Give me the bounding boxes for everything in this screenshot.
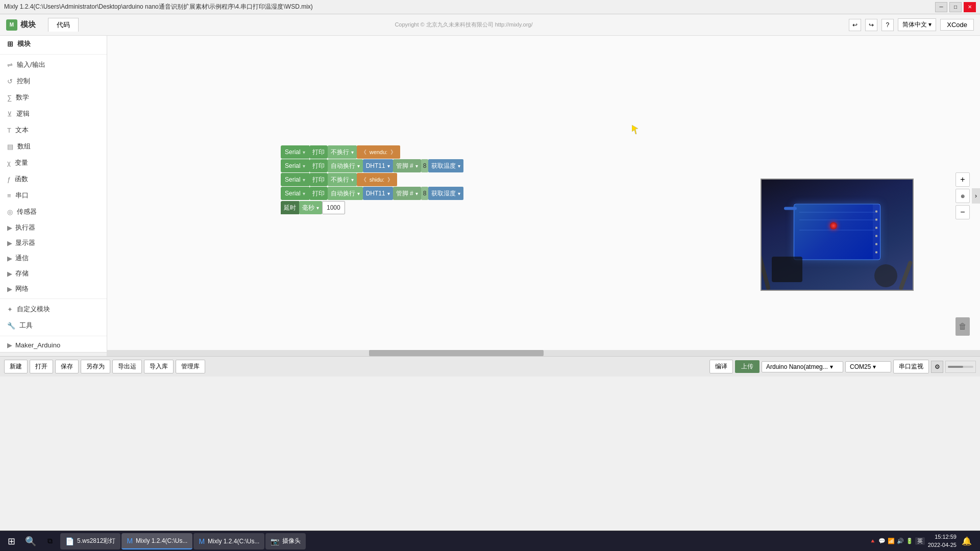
block-getval-arrow-4: ▾ bbox=[458, 191, 460, 196]
block-serial-2[interactable]: Serial ▾ bbox=[281, 159, 309, 172]
block-sensor-4[interactable]: DHT11 ▾ bbox=[363, 187, 393, 200]
sidebar-item-variable[interactable]: χ 变量 bbox=[0, 155, 107, 171]
block-serial-3[interactable]: Serial ▾ bbox=[281, 173, 309, 186]
taskbar-app-ws2812[interactable]: 📄 5.ws2812彩灯 bbox=[60, 533, 120, 549]
serial-monitor-button[interactable]: 串口监视 bbox=[893, 360, 929, 373]
taskbar-app-label-mixly2: Mixly 1.2.4(C:\Us... bbox=[208, 538, 259, 545]
taskbar-app-mixly2[interactable]: M Mixly 1.2.4(C:\Us... bbox=[193, 533, 264, 549]
volume-slider[interactable] bbox=[945, 361, 976, 373]
sidebar-item-tools[interactable]: 🔧 工具 bbox=[0, 317, 107, 334]
block-serial-4[interactable]: Serial ▾ bbox=[281, 187, 309, 200]
sidebar-item-array[interactable]: ▤ 数组 bbox=[0, 138, 107, 155]
compile-button[interactable]: 编译 bbox=[709, 360, 733, 373]
block-sensor-2[interactable]: DHT11 ▾ bbox=[363, 159, 393, 172]
circuit-line-1 bbox=[799, 212, 875, 213]
pin-5 bbox=[875, 243, 877, 245]
network-icon[interactable]: 💬 bbox=[878, 538, 886, 544]
block-serial-1[interactable]: Serial ▾ bbox=[281, 145, 309, 159]
start-button[interactable]: ⊞ bbox=[2, 533, 20, 549]
save-as-button[interactable]: 另存为 bbox=[81, 360, 110, 373]
taskbar-app-icon-camera: 📷 bbox=[271, 537, 279, 545]
close-button[interactable]: ✕ bbox=[964, 2, 976, 12]
zoom-in-button[interactable]: + bbox=[955, 172, 970, 187]
block-print-4[interactable]: 打印 bbox=[309, 187, 328, 200]
manage-button[interactable]: 管理库 bbox=[176, 360, 205, 373]
block-delay-5[interactable]: 延时 bbox=[281, 201, 299, 214]
language-button[interactable]: 简体中文 ▾ bbox=[898, 18, 936, 31]
block-print-3[interactable]: 打印 bbox=[309, 173, 328, 186]
sidebar-item-actuator[interactable]: ▶ 执行器 bbox=[0, 220, 107, 235]
sidebar-item-io[interactable]: ⇌ 输入/输出 bbox=[0, 57, 107, 73]
canvas-area[interactable]: Serial ▾ 打印 不换行 ▾ 《 wendu: 》 bbox=[107, 36, 980, 356]
port-selector[interactable]: COM25 ▾ bbox=[845, 361, 891, 372]
sidebar-title: 模块 bbox=[17, 39, 31, 48]
sidebar-item-function[interactable]: ƒ 函数 bbox=[0, 171, 107, 187]
clock-time: 15:12:59 bbox=[928, 533, 957, 541]
taskbar-icon-taskview[interactable]: ⧉ bbox=[41, 533, 59, 549]
taskbar-app-mixly1[interactable]: M Mixly 1.2.4(C:\Us... bbox=[121, 533, 192, 549]
block-pin-arrow-4: ▾ bbox=[415, 191, 418, 196]
lang-indicator[interactable]: 英 bbox=[915, 537, 925, 545]
block-mode-3[interactable]: 不换行 ▾ bbox=[328, 173, 357, 186]
taskbar-clock[interactable]: 15:12:59 2022-04-25 bbox=[928, 533, 957, 549]
redo-button[interactable]: ↪ bbox=[865, 19, 877, 31]
systray-icon-1[interactable]: 🔺 bbox=[869, 538, 876, 544]
volume-icon[interactable]: 🔊 bbox=[897, 538, 904, 544]
block-mode-4[interactable]: 自动换行 ▾ bbox=[328, 187, 363, 200]
sidebar-item-comm[interactable]: ▶ 通信 bbox=[0, 251, 107, 266]
sidebar-item-display[interactable]: ▶ 显示器 bbox=[0, 235, 107, 251]
new-button[interactable]: 新建 bbox=[4, 360, 28, 373]
block-print-1[interactable]: 打印 bbox=[309, 145, 328, 159]
sidebar-item-network[interactable]: ▶ 网络 bbox=[0, 281, 107, 296]
zoom-out-button[interactable]: − bbox=[955, 205, 970, 219]
custom-icon: ✦ bbox=[7, 306, 13, 313]
sidebar-item-serial[interactable]: ≡ 串口 bbox=[0, 187, 107, 204]
block-getval-2[interactable]: 获取温度 ▾ bbox=[428, 159, 463, 172]
wifi-icon[interactable]: 📶 bbox=[888, 538, 895, 544]
window-controls: ─ □ ✕ bbox=[935, 2, 976, 12]
sidebar-item-storage[interactable]: ▶ 存储 bbox=[0, 266, 107, 281]
block-print-2[interactable]: 打印 bbox=[309, 159, 328, 172]
block-unit-5[interactable]: 毫秒 ▾ bbox=[299, 201, 322, 214]
sidebar-label-io: 输入/输出 bbox=[17, 60, 45, 69]
block-mode-1[interactable]: 不换行 ▾ bbox=[328, 145, 357, 159]
sidebar-divider-mid bbox=[0, 298, 107, 299]
block-unit-arrow-5: ▾ bbox=[316, 205, 319, 211]
device-selector[interactable]: Arduino Nano(atmeg... ▾ bbox=[762, 361, 843, 372]
sidebar-item-math[interactable]: ∑ 数学 bbox=[0, 89, 107, 106]
help-button[interactable]: ? bbox=[881, 19, 894, 31]
sidebar-item-text[interactable]: T 文本 bbox=[0, 122, 107, 138]
block-num-5[interactable]: 1000 bbox=[322, 201, 345, 214]
export-button[interactable]: 导出运 bbox=[112, 360, 142, 373]
tab-code[interactable]: 代码 bbox=[48, 18, 79, 32]
import-button[interactable]: 导入库 bbox=[144, 360, 174, 373]
maximize-button[interactable]: □ bbox=[949, 2, 962, 12]
taskbar-app-camera[interactable]: 📷 摄像头 bbox=[265, 533, 306, 549]
horizontal-scrollbar[interactable] bbox=[107, 350, 980, 356]
function-icon: ƒ bbox=[7, 176, 11, 183]
taskbar-icon-search[interactable]: 🔍 bbox=[21, 533, 40, 549]
open-button[interactable]: 打开 bbox=[30, 360, 53, 373]
settings-button[interactable]: ⚙ bbox=[931, 361, 943, 373]
block-unit-label-5: 毫秒 bbox=[302, 204, 314, 212]
zoom-center-button[interactable]: ⊕ bbox=[955, 189, 970, 203]
sidebar-item-custom[interactable]: ✦ 自定义模块 bbox=[0, 301, 107, 317]
notification-button[interactable]: 🔔 bbox=[960, 534, 974, 548]
block-getval-4[interactable]: 获取湿度 ▾ bbox=[428, 187, 463, 200]
block-getval-label-4: 获取湿度 bbox=[431, 189, 456, 198]
save-button[interactable]: 保存 bbox=[55, 360, 79, 373]
sidebar-item-logic[interactable]: ⊻ 逻辑 bbox=[0, 106, 107, 122]
sidebar-item-sensor[interactable]: ◎ 传感器 bbox=[0, 204, 107, 220]
horizontal-scrollbar-thumb[interactable] bbox=[369, 350, 544, 356]
block-mode-label-2: 自动换行 bbox=[331, 162, 355, 170]
xcode-button[interactable]: XCode bbox=[940, 19, 974, 31]
trash-icon[interactable]: 🗑 bbox=[955, 317, 970, 336]
block-mode-2[interactable]: 自动换行 ▾ bbox=[328, 159, 363, 172]
undo-button[interactable]: ↩ bbox=[849, 19, 861, 31]
sidebar-item-control[interactable]: ↺ 控制 bbox=[0, 73, 107, 89]
battery-icon[interactable]: 🔋 bbox=[906, 538, 913, 544]
sidebar-item-maker[interactable]: ▶ Maker_Arduino bbox=[0, 338, 107, 352]
minimize-button[interactable]: ─ bbox=[935, 2, 947, 12]
expand-sidebar-button[interactable]: › bbox=[972, 188, 980, 204]
upload-button[interactable]: 上传 bbox=[735, 360, 760, 373]
